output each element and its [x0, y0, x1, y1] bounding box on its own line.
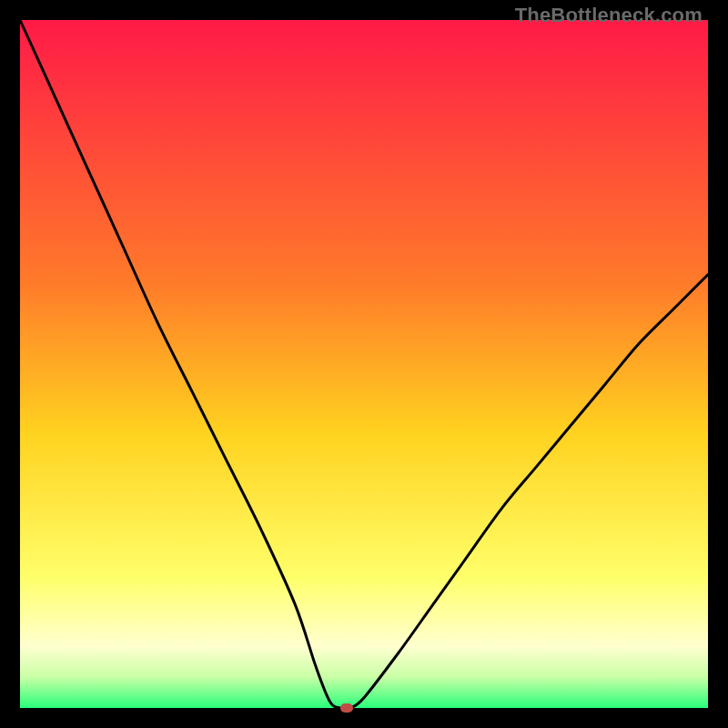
curve-layer [20, 20, 708, 708]
optimum-marker [340, 703, 353, 713]
bottleneck-curve [20, 20, 708, 709]
chart-frame: TheBottleneck.com [0, 0, 728, 728]
